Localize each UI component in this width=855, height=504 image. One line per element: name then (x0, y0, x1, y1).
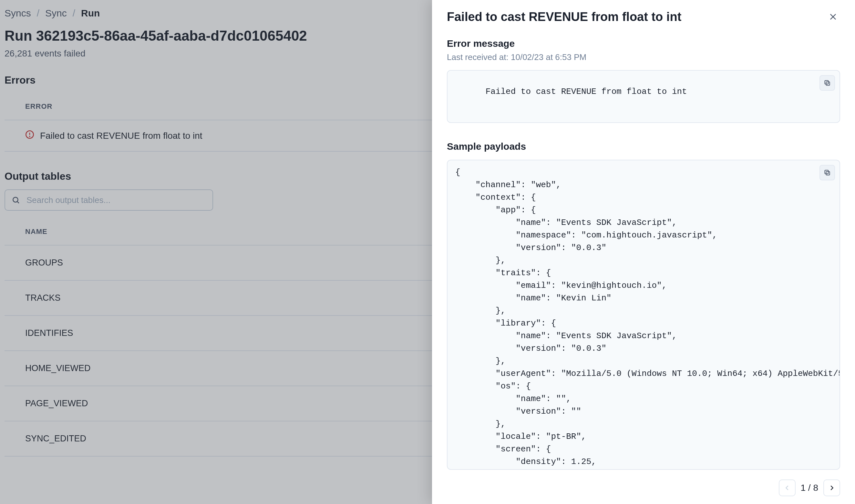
svg-rect-7 (826, 82, 830, 86)
payload-pager: 1 / 8 (447, 480, 840, 496)
pager-next-button[interactable] (823, 480, 840, 496)
copy-icon (823, 79, 831, 87)
svg-rect-10 (825, 170, 828, 174)
error-message-box: Failed to cast REVENUE from float to int (447, 70, 840, 123)
copy-payload-button[interactable] (819, 165, 835, 180)
copy-icon (823, 169, 831, 177)
close-button[interactable] (826, 10, 840, 24)
pager-position: 1 / 8 (801, 483, 818, 493)
error-message-heading: Error message (447, 38, 840, 49)
pager-prev-button[interactable] (779, 480, 796, 496)
error-detail-panel: Failed to cast REVENUE from float to int… (432, 0, 855, 504)
sample-payload-box: { "channel": "web", "context": { "app": … (447, 160, 840, 470)
sample-payloads-heading: Sample payloads (447, 141, 840, 152)
chevron-left-icon (784, 484, 791, 491)
close-icon (828, 12, 838, 21)
error-last-received: Last received at: 10/02/23 at 6:53 PM (447, 52, 840, 62)
error-message-body: Failed to cast REVENUE from float to int (486, 87, 687, 96)
sample-payload-body: { "channel": "web", "context": { "app": … (455, 167, 840, 470)
svg-rect-8 (825, 81, 828, 84)
svg-rect-9 (826, 172, 830, 175)
copy-error-button[interactable] (819, 75, 835, 91)
panel-title: Failed to cast REVENUE from float to int (447, 10, 681, 24)
chevron-right-icon (828, 484, 835, 491)
